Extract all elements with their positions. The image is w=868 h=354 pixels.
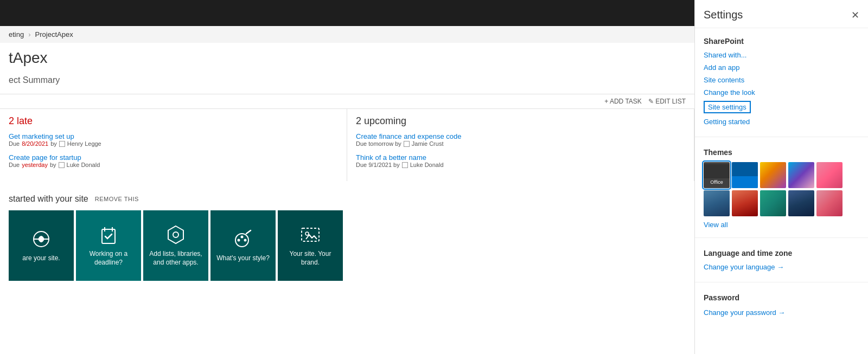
checkbox-2[interactable]	[59, 162, 65, 168]
remove-this-button[interactable]: REMOVE THIS	[95, 196, 139, 202]
task-row: Create finance and expense code Due tomo…	[356, 132, 685, 147]
theme-rose[interactable]	[816, 190, 843, 216]
page-title: tApex	[9, 49, 686, 67]
task-row: Create page for startup Due yesterday by…	[9, 153, 338, 168]
upcoming-count: 2	[356, 115, 361, 126]
breadcrumb-item-2[interactable]: ProjectApex	[35, 30, 73, 38]
late-column: 2 late Get marketing set up Due 8/20/202…	[0, 109, 347, 181]
card-brand[interactable]: Your site. Your brand.	[278, 210, 343, 281]
settings-panel: Settings ✕ SharePoint Shared with... Add…	[694, 0, 868, 354]
password-section: Password Change your password →	[695, 285, 868, 321]
add-task-button[interactable]: + ADD TASK	[604, 98, 642, 105]
task-row: Think of a better name Due 9/1/2021 by L…	[356, 153, 685, 168]
main-content: eting › ProjectApex tApex ect Summary + …	[0, 26, 694, 354]
divider-3	[695, 282, 868, 282]
svg-line-9	[246, 230, 251, 234]
getting-started-link[interactable]: Getting started	[704, 118, 859, 126]
task-toolbar: + ADD TASK ✎ EDIT LIST	[0, 94, 694, 109]
project-summary: ect Summary	[0, 71, 694, 94]
task-row: Get marketing set up Due 8/20/2021 by He…	[9, 132, 338, 147]
task-meta-3: Due tomorrow by Jamie Crust	[356, 140, 685, 147]
change-password-link[interactable]: Change your password →	[704, 308, 785, 317]
theme-palms[interactable]	[732, 190, 758, 216]
task-meta-1: Due 8/20/2021 by Henry Legge	[9, 140, 338, 147]
change-language-link[interactable]: Change your language →	[704, 263, 859, 271]
theme-colorful[interactable]	[788, 162, 814, 188]
task-meta-4: Due 9/1/2021 by Luke Donald	[356, 162, 685, 168]
card-label-5: Your site. Your brand.	[282, 250, 339, 267]
language-section: Language and time zone Change your langu…	[695, 240, 868, 280]
late-label: late	[17, 115, 33, 126]
card-label-3: Add lists, libraries, and other apps.	[148, 250, 204, 267]
close-button[interactable]: ✕	[851, 10, 859, 20]
card-label-2: Working on a deadline?	[80, 250, 137, 267]
sharepoint-section-title: SharePoint	[704, 37, 859, 46]
language-section-title: Language and time zone	[704, 249, 859, 258]
password-section-title: Password	[704, 293, 859, 302]
sharepoint-section: SharePoint Shared with... Add an app Sit…	[695, 28, 868, 134]
card-deadline[interactable]: Working on a deadline?	[76, 210, 141, 281]
settings-header: Settings ✕	[695, 0, 868, 28]
change-look-link[interactable]: Change the look	[704, 88, 859, 96]
task-name-2[interactable]: Create page for startup	[9, 153, 338, 162]
theme-teal-pattern[interactable]	[760, 190, 786, 216]
theme-sunrise[interactable]	[760, 162, 786, 188]
card-label-1: are your site.	[22, 254, 60, 263]
breadcrumb-item-1[interactable]: eting	[9, 30, 24, 38]
task-name-3[interactable]: Create finance and expense code	[356, 132, 685, 140]
task-area: + ADD TASK ✎ EDIT LIST 2 late Get market…	[0, 94, 694, 181]
svg-marker-6	[168, 226, 183, 243]
task-meta-2: Due yesterday by Luke Donald	[9, 162, 338, 168]
add-app-link[interactable]: Add an app	[704, 63, 859, 72]
site-settings-link[interactable]: Site settings	[704, 101, 751, 113]
breadcrumb-separator: ›	[28, 30, 30, 38]
cards-row: are your site. Working on a deadline? Ad	[9, 210, 686, 281]
theme-blue[interactable]	[732, 162, 758, 188]
page-header: tApex	[0, 43, 694, 71]
card-share[interactable]: are your site.	[9, 210, 74, 281]
getting-started-header: started with your site REMOVE THIS	[9, 194, 686, 204]
task-name-4[interactable]: Think of a better name	[356, 153, 685, 162]
checkbox-4[interactable]	[402, 162, 408, 168]
theme-pink[interactable]	[816, 162, 843, 188]
svg-point-7	[173, 232, 178, 237]
themes-section: Themes Office	[695, 139, 868, 235]
card-label-4: What's your style?	[216, 254, 270, 263]
divider-1	[695, 137, 868, 137]
theme-ocean[interactable]	[704, 190, 730, 216]
svg-point-12	[244, 239, 247, 242]
getting-started-title: started with your site	[9, 194, 88, 204]
checkbox-1[interactable]	[59, 141, 65, 147]
project-summary-title: ect Summary	[9, 75, 686, 85]
divider-2	[695, 237, 868, 238]
svg-point-11	[241, 236, 244, 239]
task-name-1[interactable]: Get marketing set up	[9, 132, 338, 140]
site-contents-link[interactable]: Site contents	[704, 76, 859, 84]
themes-section-title: Themes	[704, 148, 859, 157]
themes-grid: Office	[704, 162, 859, 216]
upcoming-label: upcoming	[364, 115, 406, 126]
edit-list-button[interactable]: ✎ EDIT LIST	[648, 98, 686, 105]
upcoming-column: 2 upcoming Create finance and expense co…	[347, 109, 694, 181]
svg-point-10	[238, 239, 240, 242]
late-column-header: 2 late	[9, 115, 338, 127]
theme-office[interactable]: Office	[704, 162, 730, 188]
breadcrumb: eting › ProjectApex	[0, 26, 694, 43]
getting-started-section: started with your site REMOVE THIS are y…	[0, 185, 694, 289]
card-apps[interactable]: Add lists, libraries, and other apps.	[143, 210, 208, 281]
view-all-themes-link[interactable]: View all	[704, 221, 859, 229]
shared-with-link[interactable]: Shared with...	[704, 51, 859, 59]
late-count: 2	[9, 115, 14, 126]
theme-dark-blue[interactable]	[788, 190, 814, 216]
card-style[interactable]: What's your style?	[210, 210, 276, 281]
checkbox-3[interactable]	[404, 141, 410, 147]
task-columns: 2 late Get marketing set up Due 8/20/202…	[0, 109, 694, 181]
upcoming-column-header: 2 upcoming	[356, 115, 685, 127]
settings-title: Settings	[704, 9, 743, 21]
svg-rect-3	[102, 229, 115, 243]
svg-point-14	[305, 232, 309, 235]
